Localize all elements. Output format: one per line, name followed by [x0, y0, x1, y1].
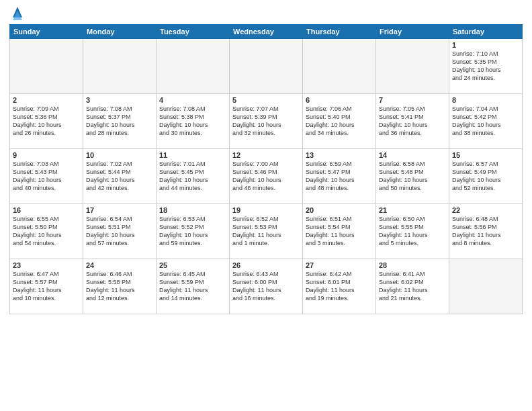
- calendar-cell: 10Sunrise: 7:02 AM Sunset: 5:44 PM Dayli…: [83, 149, 157, 204]
- calendar-cell: [230, 39, 303, 94]
- day-info: Sunrise: 7:03 AM Sunset: 5:43 PM Dayligh…: [13, 160, 80, 193]
- day-info: Sunrise: 6:50 AM Sunset: 5:55 PM Dayligh…: [379, 215, 446, 248]
- day-number: 1: [452, 41, 519, 49]
- day-info: Sunrise: 7:06 AM Sunset: 5:40 PM Dayligh…: [306, 105, 373, 138]
- calendar-cell: 19Sunrise: 6:52 AM Sunset: 5:53 PM Dayli…: [230, 204, 303, 259]
- calendar-cell: 13Sunrise: 6:59 AM Sunset: 5:47 PM Dayli…: [303, 149, 376, 204]
- calendar-cell: 7Sunrise: 7:05 AM Sunset: 5:41 PM Daylig…: [376, 94, 449, 149]
- day-number: 6: [306, 96, 373, 104]
- calendar-cell: [449, 259, 523, 314]
- week-row-4: 16Sunrise: 6:55 AM Sunset: 5:50 PM Dayli…: [10, 204, 523, 259]
- weekday-header-thursday: Thursday: [303, 25, 376, 39]
- day-number: 25: [159, 261, 226, 269]
- day-number: 20: [306, 206, 373, 214]
- day-info: Sunrise: 6:52 AM Sunset: 5:53 PM Dayligh…: [232, 215, 300, 248]
- calendar-cell: 18Sunrise: 6:53 AM Sunset: 5:52 PM Dayli…: [157, 204, 230, 259]
- calendar-cell: 14Sunrise: 6:58 AM Sunset: 5:48 PM Dayli…: [376, 149, 449, 204]
- week-row-2: 2Sunrise: 7:09 AM Sunset: 5:36 PM Daylig…: [10, 94, 523, 149]
- day-number: 8: [452, 96, 519, 104]
- day-number: 11: [159, 151, 226, 159]
- calendar: SundayMondayTuesdayWednesdayThursdayFrid…: [9, 24, 523, 314]
- day-info: Sunrise: 6:55 AM Sunset: 5:50 PM Dayligh…: [13, 215, 80, 248]
- calendar-cell: 28Sunrise: 6:41 AM Sunset: 6:02 PM Dayli…: [376, 259, 449, 314]
- calendar-cell: 2Sunrise: 7:09 AM Sunset: 5:36 PM Daylig…: [10, 94, 83, 149]
- week-row-1: 1Sunrise: 7:10 AM Sunset: 5:35 PM Daylig…: [10, 39, 523, 94]
- calendar-cell: 5Sunrise: 7:07 AM Sunset: 5:39 PM Daylig…: [230, 94, 303, 149]
- weekday-header-tuesday: Tuesday: [157, 25, 230, 39]
- day-number: 14: [379, 151, 446, 159]
- calendar-cell: [376, 39, 449, 94]
- weekday-header-row: SundayMondayTuesdayWednesdayThursdayFrid…: [10, 25, 523, 39]
- day-info: Sunrise: 6:57 AM Sunset: 5:49 PM Dayligh…: [452, 160, 519, 193]
- day-number: 12: [232, 151, 300, 159]
- day-number: 24: [86, 261, 153, 269]
- week-row-5: 23Sunrise: 6:47 AM Sunset: 5:57 PM Dayli…: [10, 259, 523, 314]
- calendar-cell: [83, 39, 157, 94]
- calendar-cell: 6Sunrise: 7:06 AM Sunset: 5:40 PM Daylig…: [303, 94, 376, 149]
- calendar-cell: 4Sunrise: 7:08 AM Sunset: 5:38 PM Daylig…: [157, 94, 230, 149]
- day-number: 10: [86, 151, 153, 159]
- calendar-cell: 12Sunrise: 7:00 AM Sunset: 5:46 PM Dayli…: [230, 149, 303, 204]
- calendar-cell: 1Sunrise: 7:10 AM Sunset: 5:35 PM Daylig…: [449, 39, 523, 94]
- day-number: 22: [452, 206, 519, 214]
- day-info: Sunrise: 7:05 AM Sunset: 5:41 PM Dayligh…: [379, 105, 446, 138]
- calendar-cell: 16Sunrise: 6:55 AM Sunset: 5:50 PM Dayli…: [10, 204, 83, 259]
- day-number: 7: [379, 96, 446, 104]
- calendar-cell: 22Sunrise: 6:48 AM Sunset: 5:56 PM Dayli…: [449, 204, 523, 259]
- day-info: Sunrise: 6:43 AM Sunset: 6:00 PM Dayligh…: [232, 270, 300, 303]
- calendar-cell: 9Sunrise: 7:03 AM Sunset: 5:43 PM Daylig…: [10, 149, 83, 204]
- weekday-header-friday: Friday: [376, 25, 449, 39]
- day-info: Sunrise: 6:58 AM Sunset: 5:48 PM Dayligh…: [379, 160, 446, 193]
- weekday-header-monday: Monday: [83, 25, 157, 39]
- day-number: 16: [13, 206, 80, 214]
- day-info: Sunrise: 7:01 AM Sunset: 5:45 PM Dayligh…: [159, 160, 226, 193]
- day-number: 15: [452, 151, 519, 159]
- calendar-cell: 3Sunrise: 7:08 AM Sunset: 5:37 PM Daylig…: [83, 94, 157, 149]
- calendar-cell: 21Sunrise: 6:50 AM Sunset: 5:55 PM Dayli…: [376, 204, 449, 259]
- weekday-header-sunday: Sunday: [10, 25, 83, 39]
- day-number: 2: [13, 96, 80, 104]
- day-info: Sunrise: 6:42 AM Sunset: 6:01 PM Dayligh…: [306, 270, 373, 303]
- day-number: 5: [232, 96, 300, 104]
- day-info: Sunrise: 6:47 AM Sunset: 5:57 PM Dayligh…: [13, 270, 80, 303]
- day-info: Sunrise: 7:07 AM Sunset: 5:39 PM Dayligh…: [232, 105, 300, 138]
- day-number: 21: [379, 206, 446, 214]
- day-number: 9: [13, 151, 80, 159]
- calendar-cell: 24Sunrise: 6:46 AM Sunset: 5:58 PM Dayli…: [83, 259, 157, 314]
- logo-icon: [11, 5, 24, 20]
- day-number: 18: [159, 206, 226, 214]
- day-info: Sunrise: 7:08 AM Sunset: 5:38 PM Dayligh…: [159, 105, 226, 138]
- day-number: 13: [306, 151, 373, 159]
- day-info: Sunrise: 7:04 AM Sunset: 5:42 PM Dayligh…: [452, 105, 519, 138]
- weekday-header-saturday: Saturday: [449, 25, 523, 39]
- day-info: Sunrise: 6:59 AM Sunset: 5:47 PM Dayligh…: [306, 160, 373, 193]
- calendar-cell: [157, 39, 230, 94]
- weekday-header-wednesday: Wednesday: [230, 25, 303, 39]
- day-number: 28: [379, 261, 446, 269]
- calendar-cell: 8Sunrise: 7:04 AM Sunset: 5:42 PM Daylig…: [449, 94, 523, 149]
- calendar-cell: 11Sunrise: 7:01 AM Sunset: 5:45 PM Dayli…: [157, 149, 230, 204]
- day-info: Sunrise: 6:46 AM Sunset: 5:58 PM Dayligh…: [86, 270, 153, 303]
- day-info: Sunrise: 6:41 AM Sunset: 6:02 PM Dayligh…: [379, 270, 446, 303]
- day-number: 4: [159, 96, 226, 104]
- calendar-cell: [10, 39, 83, 94]
- calendar-cell: 23Sunrise: 6:47 AM Sunset: 5:57 PM Dayli…: [10, 259, 83, 314]
- header: [9, 7, 523, 20]
- day-info: Sunrise: 6:51 AM Sunset: 5:54 PM Dayligh…: [306, 215, 373, 248]
- day-info: Sunrise: 6:48 AM Sunset: 5:56 PM Dayligh…: [452, 215, 519, 248]
- day-number: 19: [232, 206, 300, 214]
- logo: [9, 7, 24, 20]
- calendar-cell: 20Sunrise: 6:51 AM Sunset: 5:54 PM Dayli…: [303, 204, 376, 259]
- day-number: 23: [13, 261, 80, 269]
- day-info: Sunrise: 7:09 AM Sunset: 5:36 PM Dayligh…: [13, 105, 80, 138]
- day-number: 17: [86, 206, 153, 214]
- week-row-3: 9Sunrise: 7:03 AM Sunset: 5:43 PM Daylig…: [10, 149, 523, 204]
- calendar-cell: 15Sunrise: 6:57 AM Sunset: 5:49 PM Dayli…: [449, 149, 523, 204]
- day-info: Sunrise: 6:53 AM Sunset: 5:52 PM Dayligh…: [159, 215, 226, 248]
- day-number: 3: [86, 96, 153, 104]
- day-info: Sunrise: 7:02 AM Sunset: 5:44 PM Dayligh…: [86, 160, 153, 193]
- calendar-cell: 25Sunrise: 6:45 AM Sunset: 5:59 PM Dayli…: [157, 259, 230, 314]
- calendar-cell: 27Sunrise: 6:42 AM Sunset: 6:01 PM Dayli…: [303, 259, 376, 314]
- calendar-cell: 17Sunrise: 6:54 AM Sunset: 5:51 PM Dayli…: [83, 204, 157, 259]
- calendar-cell: [303, 39, 376, 94]
